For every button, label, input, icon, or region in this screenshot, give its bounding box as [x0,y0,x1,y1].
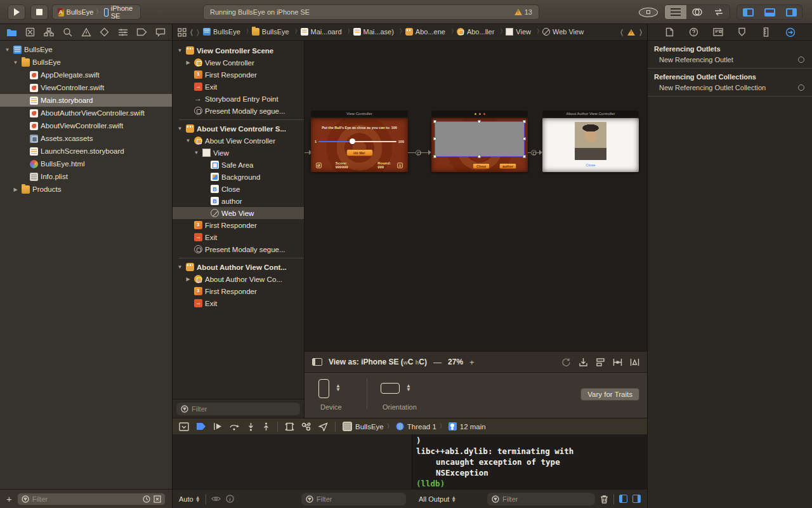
orientation-picker[interactable]: ▲▼ [381,379,411,394]
outline-row[interactable] [173,255,304,261]
storyboard-canvas[interactable]: View Controller Put the Bull's Eye as cl… [304,41,647,351]
report-navigator-tab[interactable] [154,26,167,39]
outline-row[interactable] [173,117,304,123]
toggle-debug-area-button[interactable] [759,5,780,19]
app-icon[interactable] [343,422,352,431]
issues-badge[interactable]: 13 [514,8,532,16]
add-file-button[interactable]: + [6,493,12,504]
file-inspector-tab[interactable] [664,26,676,39]
about-author-scene[interactable]: About Author View Controller Close [542,110,639,172]
resize-handle[interactable] [433,137,436,140]
outline-row[interactable]: About Author View Co... [173,273,304,285]
zoom-out-button[interactable]: — [433,358,442,367]
file-row[interactable]: BullsEye [0,56,172,69]
disclosure-triangle[interactable] [185,60,192,65]
size-inspector-tab[interactable] [760,26,773,39]
slider-knob[interactable] [350,138,355,144]
assistant-editor-button[interactable] [686,5,708,19]
align-icon[interactable] [596,358,605,367]
disclosure-triangle[interactable] [185,138,192,144]
search-navigator-tab[interactable] [61,26,74,39]
outline-row[interactable]: First Responder [173,69,304,81]
test-navigator-tab[interactable] [98,26,111,39]
about-view[interactable]: Close author [431,118,528,172]
segue-connector[interactable] [528,149,542,156]
file-row[interactable]: BullsEye.html [0,157,172,170]
hit-me-button[interactable]: Hit Me! [346,149,373,156]
add-constraints-icon[interactable] [613,358,622,367]
scene-title[interactable]: View Controller [311,110,408,117]
resolve-constraints-icon[interactable] [630,358,639,367]
device-picker[interactable]: ▲▼ [318,379,341,398]
scheme-selector[interactable]: A BullsEye 〉 iPhone SE [52,4,141,20]
step-over-icon[interactable] [229,422,240,431]
outline-row[interactable]: View [173,147,304,159]
outline-row[interactable]: About Author View Cont... [173,261,304,273]
show-console-pane-button[interactable] [632,495,641,503]
editor-mode-button[interactable] [639,8,658,17]
outline-row[interactable]: Storyboard Entry Point [173,93,304,105]
variables-scope-picker[interactable]: Auto▲▼ [179,495,200,503]
disclosure-triangle[interactable] [193,150,200,156]
outline-row[interactable]: Safe Area [173,159,304,171]
quicklook-eye-icon[interactable] [211,495,221,502]
info-button[interactable]: i [397,163,403,168]
disclosure-triangle[interactable] [176,48,183,53]
stack-frame-icon[interactable] [449,422,457,431]
outline-row[interactable]: Close [173,183,304,195]
unsaved-files-icon[interactable] [154,495,161,503]
continue-icon[interactable] [213,422,222,431]
stop-button[interactable] [30,4,48,20]
first-responder-dot-icon[interactable] [479,113,481,115]
related-items-icon[interactable] [178,28,187,37]
view-as-label[interactable]: View as: iPhone SE (wC hC) [329,358,427,366]
outline-row[interactable]: First Responder [173,219,304,231]
web-view-selected[interactable] [435,121,525,157]
resize-handle[interactable] [523,155,526,158]
restart-button[interactable]: ↺ [316,163,322,168]
issue-warning-icon[interactable] [627,29,635,36]
disclosure-triangle[interactable] [176,126,183,131]
version-editor-button[interactable] [708,5,730,19]
jumpbar-item[interactable]: Abo...ene 〉 [405,27,457,36]
outline-row[interactable]: View Controller [173,57,304,69]
resize-handle[interactable] [523,137,526,140]
crumb-thread[interactable]: Thread 1 [407,423,436,431]
outline-row[interactable]: Exit [173,297,304,309]
bullseye-view[interactable]: Put the Bull's Eye as close as you can t… [311,118,408,172]
source-control-tab[interactable] [23,26,36,39]
jumpbar-item[interactable]: BullsEye 〉 [203,27,252,36]
outline-row[interactable]: author [173,195,304,207]
disclosure-triangle[interactable] [12,187,19,192]
file-row[interactable]: LaunchScreen.storyboard [0,145,172,157]
simulate-location-icon[interactable] [318,422,328,431]
slider[interactable] [318,141,396,142]
breakpoints-toggle-icon[interactable] [196,422,206,431]
outline-row[interactable]: Exit [173,231,304,243]
crumb-frame[interactable]: 12 main [460,423,486,431]
memory-graph-icon[interactable] [301,422,311,431]
issue-navigator-tab[interactable] [80,26,93,39]
print-description-icon[interactable] [226,495,234,503]
jumpbar-item[interactable]: Abo...ller 〉 [457,27,506,36]
view-controller-scene[interactable]: View Controller Put the Bull's Eye as cl… [311,110,408,172]
resize-handle[interactable] [478,120,481,123]
outline-row[interactable]: About View Controller S... [173,123,304,135]
outline-row[interactable]: Present Modally segue... [173,105,304,117]
connection-row[interactable]: New Referencing Outlet [648,55,812,67]
outline-filter-field[interactable] [176,403,300,415]
file-row[interactable]: Info.plist [0,170,172,183]
resize-handle[interactable] [523,120,526,123]
jumpbar-item[interactable]: View 〉 [506,27,542,36]
outline-row[interactable]: First Responder [173,285,304,297]
jumpbar-item[interactable]: Web View [542,28,589,36]
outline-row[interactable]: Present Modally segue... [173,243,304,255]
file-row[interactable]: AppDelegate.swift [0,69,172,81]
back-button[interactable]: 〈 [190,28,193,37]
connection-well-icon[interactable] [798,84,804,91]
step-out-icon[interactable] [262,422,270,431]
variables-filter-input[interactable] [317,495,402,503]
outline-filter-input[interactable] [192,405,296,413]
disclosure-triangle[interactable] [185,276,192,282]
quick-help-inspector-tab[interactable] [688,26,700,39]
